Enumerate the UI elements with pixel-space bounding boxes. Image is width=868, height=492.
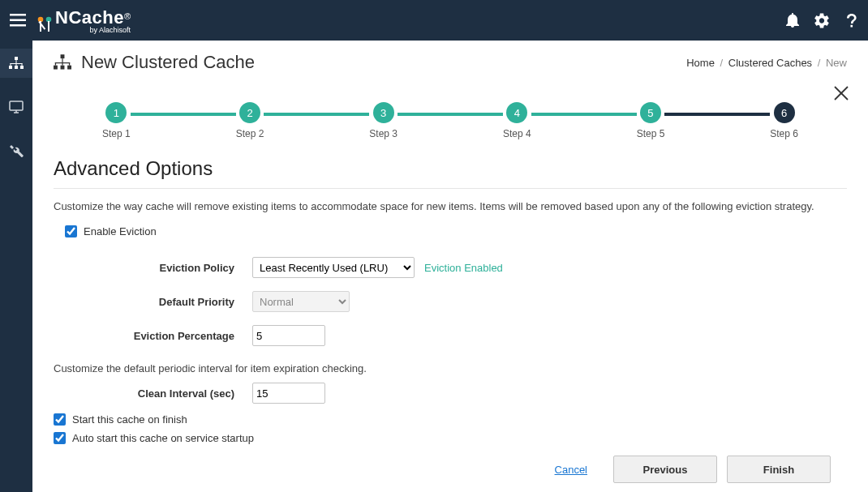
svg-rect-21 bbox=[54, 66, 58, 70]
step-3[interactable]: 3 bbox=[373, 102, 394, 123]
svg-rect-11 bbox=[20, 66, 24, 69]
svg-rect-26 bbox=[55, 62, 56, 66]
auto-start-label: Auto start this cache on service startup bbox=[72, 432, 254, 444]
bell-icon[interactable] bbox=[785, 13, 800, 28]
section-title: Advanced Options bbox=[54, 157, 847, 180]
eviction-policy-select[interactable]: Least Recently Used (LRU) bbox=[252, 257, 415, 278]
sidebar-item-monitor[interactable] bbox=[0, 92, 32, 122]
sidebar-item-cluster[interactable] bbox=[0, 49, 32, 78]
svg-rect-14 bbox=[11, 63, 11, 66]
eviction-policy-label: Eviction Policy bbox=[54, 262, 252, 274]
clean-interval-label: Clean Interval (sec) bbox=[54, 387, 252, 400]
svg-rect-16 bbox=[22, 63, 23, 66]
step-6[interactable]: 6 bbox=[774, 102, 795, 123]
svg-rect-10 bbox=[15, 66, 18, 69]
step-4[interactable]: 4 bbox=[506, 102, 527, 123]
eviction-percentage-label: Eviction Percentage bbox=[54, 330, 252, 342]
start-on-finish-checkbox[interactable] bbox=[54, 413, 66, 426]
svg-rect-15 bbox=[16, 63, 17, 66]
svg-rect-6 bbox=[48, 21, 49, 32]
sidebar bbox=[0, 41, 32, 492]
svg-rect-7 bbox=[38, 21, 45, 30]
topbar: NCache® by Alachisoft bbox=[0, 0, 868, 41]
eviction-enabled-hint: Eviction Enabled bbox=[424, 262, 503, 274]
eviction-description: Customize the way cache will remove exis… bbox=[54, 200, 847, 212]
enable-eviction-checkbox[interactable] bbox=[65, 225, 77, 237]
close-icon[interactable] bbox=[834, 86, 849, 101]
svg-rect-9 bbox=[9, 66, 12, 69]
default-priority-label: Default Priority bbox=[54, 296, 252, 308]
svg-rect-1 bbox=[10, 19, 26, 22]
logo-text: NCache bbox=[55, 7, 124, 28]
step-1[interactable]: 1 bbox=[105, 102, 127, 123]
expiration-description: Customize the default periodic interval … bbox=[54, 362, 847, 374]
svg-rect-8 bbox=[15, 57, 18, 60]
settings-gear-icon[interactable] bbox=[814, 13, 829, 28]
svg-rect-12 bbox=[16, 60, 17, 63]
svg-rect-17 bbox=[10, 101, 23, 110]
clean-interval-input[interactable] bbox=[252, 383, 325, 404]
auto-start-checkbox[interactable] bbox=[54, 432, 66, 444]
step-5[interactable]: 5 bbox=[640, 102, 661, 123]
svg-rect-22 bbox=[61, 66, 65, 70]
logo-icon bbox=[37, 16, 52, 34]
cancel-link[interactable]: Cancel bbox=[555, 464, 587, 476]
breadcrumb-home[interactable]: Home bbox=[686, 57, 715, 69]
stepper: 1Step 1 2Step 2 3Step 3 4Step 4 5Step 5 … bbox=[102, 102, 798, 139]
menu-toggle-icon[interactable] bbox=[10, 14, 26, 27]
breadcrumb-current: New bbox=[826, 57, 847, 69]
svg-rect-28 bbox=[69, 62, 70, 66]
sidebar-item-tools[interactable] bbox=[0, 136, 32, 165]
start-on-finish-label: Start this cache on finish bbox=[72, 413, 187, 426]
enable-eviction-label: Enable Eviction bbox=[84, 225, 157, 237]
svg-rect-2 bbox=[10, 24, 26, 27]
svg-rect-0 bbox=[10, 14, 26, 16]
cluster-icon bbox=[54, 54, 71, 71]
finish-button[interactable]: Finish bbox=[727, 456, 831, 483]
svg-rect-24 bbox=[62, 58, 62, 62]
product-logo: NCache® by Alachisoft bbox=[37, 7, 131, 34]
previous-button[interactable]: Previous bbox=[613, 456, 717, 483]
breadcrumb-clustered[interactable]: Clustered Caches bbox=[728, 57, 812, 69]
page-title: New Clustered Cache bbox=[81, 52, 255, 73]
step-2[interactable]: 2 bbox=[239, 102, 260, 123]
eviction-percentage-input[interactable] bbox=[252, 325, 325, 346]
svg-rect-23 bbox=[67, 66, 71, 70]
default-priority-select: Normal bbox=[252, 291, 350, 312]
breadcrumb: Home / Clustered Caches / New bbox=[686, 57, 847, 69]
help-icon[interactable] bbox=[844, 13, 858, 28]
svg-rect-27 bbox=[62, 62, 62, 66]
svg-rect-20 bbox=[61, 54, 65, 58]
